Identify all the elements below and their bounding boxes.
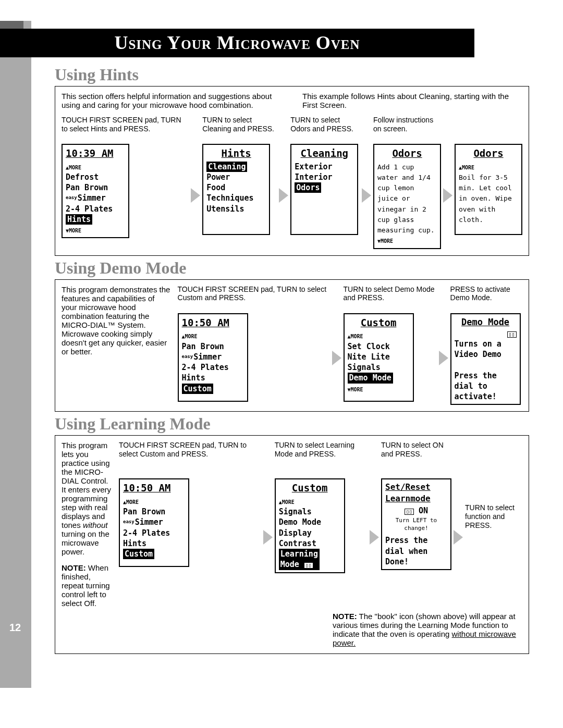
section-title-demo: Using Demo Mode <box>55 258 529 278</box>
demo-step3-lcd: Demo Mode ▯▯ Turns on a Video Demo Press… <box>450 313 521 405</box>
arrow-icon <box>332 351 341 365</box>
hints-step4-caption: Follow instructions on screen. <box>373 116 441 142</box>
chapter-banner: Using Your Microwave Oven <box>0 29 474 57</box>
learning-step1-caption: TOUCH FIRST SCREEN pad, TURN to select C… <box>119 441 261 476</box>
arrow-icon <box>443 188 452 203</box>
hints-step4-lcd: Odors Add 1 cup water and 1/4 cup lemon … <box>373 144 441 249</box>
book-icon: ▯▯ <box>507 331 517 338</box>
demo-step1-caption: TOUCH FIRST SCREEN pad, TURN to select C… <box>178 285 330 311</box>
hints-step3-caption: TURN to select Odors and PRESS. <box>290 116 360 142</box>
hints-intro-right: This example follows Hints about Cleanin… <box>302 92 522 109</box>
learning-step2-lcd: Custom ▲MORE Signals Demo Mode Display C… <box>275 478 345 573</box>
demo-step1-lcd: 10:50 AM ▲MORE Pan Brown Simmer 2-4 Plat… <box>178 313 248 402</box>
hints-step1-caption: TOUCH FIRST SCREEN pad, TURN to select H… <box>62 116 189 142</box>
hints-step1-lcd: 10:39 AM ▲MORE Defrost Pan Brown Simmer … <box>62 144 129 238</box>
book-icon: ▯▯ <box>304 562 313 569</box>
demo-step2-caption: TURN to select Demo Mode and PRESS. <box>344 285 437 311</box>
arrow-icon <box>362 188 371 203</box>
arrow-icon <box>370 530 379 545</box>
learning-step3-caption: TURN to select ON and PRESS. <box>381 441 451 476</box>
section-title-learning: Using Learning Mode <box>55 414 529 434</box>
demo-intro: This program demonstrates the features a… <box>62 285 176 356</box>
learning-note: NOTE: When finished, repeat turning cont… <box>62 563 114 608</box>
left-margin-tab <box>0 21 31 688</box>
section-title-hints: Using Hints <box>55 65 529 84</box>
hints-step2-caption: TURN to select Cleaning and PRESS. <box>202 116 277 142</box>
arrow-icon <box>454 530 463 545</box>
hints-step5-caption <box>455 116 522 142</box>
arrow-icon <box>279 188 288 203</box>
book-icon: ▯▯ <box>405 509 414 515</box>
hints-step5-lcd: Odors ▲MORE Boil for 3-5 min. Let cool i… <box>455 144 522 235</box>
hints-step3-lcd: Cleaning Exterior Interior Odors <box>290 144 358 235</box>
demo-step3-caption: PRESS to activate Demo Mode. <box>450 285 522 311</box>
learning-step2-caption: TURN to select Learning Mode and PRESS. <box>275 441 368 476</box>
learning-step4-caption: TURN to select function and PRESS. <box>465 503 522 529</box>
arrow-icon <box>263 530 273 545</box>
hints-box: This section offers helpful information … <box>55 86 529 256</box>
learning-box: This program lets you practice using the… <box>55 435 529 654</box>
demo-step2-lcd: Custom ▲MORE Set Clock Nite Lite Signals… <box>344 313 414 402</box>
hints-step2-lcd: Hints Cleaning Power Food Techniques Ute… <box>202 144 270 235</box>
learning-intro: This program lets you practice using the… <box>62 441 111 556</box>
page-number: 12 <box>9 622 21 634</box>
arrow-icon <box>439 351 448 365</box>
learning-step1-lcd: 10:50 AM ▲MORE Pan Brown Simmer 2-4 Plat… <box>119 478 189 567</box>
hints-intro-left: This section offers helpful information … <box>62 92 282 109</box>
learning-step3-lcd: Set/Reset Learnmode ▯▯ ON Turn LEFT to c… <box>381 478 451 570</box>
demo-box: This program demonstrates the features a… <box>55 279 529 412</box>
learning-bottom-note: NOTE: The "book" icon (shown above) will… <box>62 612 522 647</box>
arrow-icon <box>191 188 200 203</box>
